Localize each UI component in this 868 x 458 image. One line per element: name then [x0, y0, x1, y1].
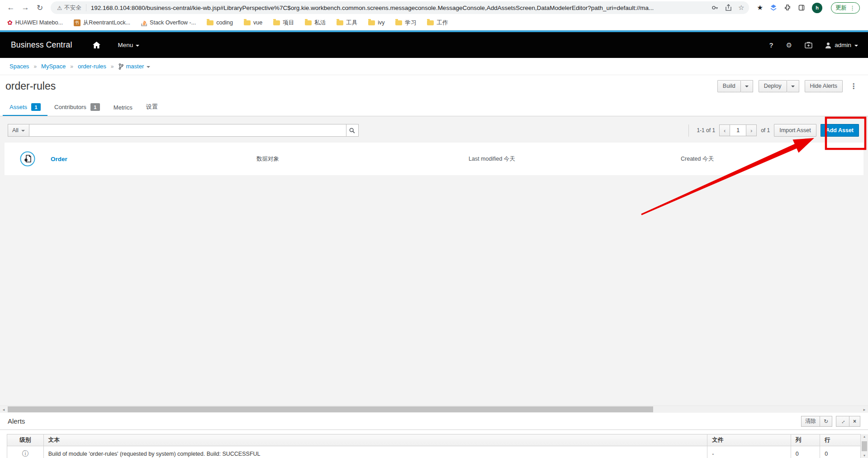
update-label: 更新 — [835, 4, 847, 12]
starred-extension-icon[interactable]: ★ — [757, 4, 763, 12]
warning-icon: ⚠ — [57, 5, 62, 11]
scroll-down-icon[interactable]: ▾ — [863, 453, 865, 458]
bookmark-study[interactable]: 学习 — [395, 19, 416, 27]
apps-kit-icon[interactable] — [805, 42, 812, 48]
reload-icon[interactable]: ↻ — [33, 1, 46, 14]
next-page-button[interactable]: › — [746, 124, 757, 136]
blue-extension-icon[interactable] — [770, 4, 777, 11]
bookmark-reentrantlock[interactable]: 书 从ReentrantLock... — [74, 19, 130, 27]
bookmark-star-icon[interactable]: ☆ — [738, 4, 744, 12]
user-dropdown[interactable]: admin — [825, 42, 858, 48]
forward-icon[interactable]: → — [19, 1, 32, 14]
bookmark-project[interactable]: 项目 — [273, 19, 294, 27]
build-split-button: Build — [717, 80, 753, 92]
back-icon[interactable]: ← — [5, 1, 17, 14]
bookmark-ivy[interactable]: ivy — [368, 19, 384, 26]
extensions-puzzle-icon[interactable] — [784, 4, 791, 11]
bookmark-sidejob[interactable]: 私活 — [305, 19, 326, 27]
tab-label: 设置 — [146, 103, 158, 111]
asset-search-input[interactable] — [29, 124, 346, 137]
folder-icon — [273, 20, 280, 25]
chevron-down-icon — [745, 86, 749, 87]
gear-icon[interactable]: ⚙ — [786, 41, 792, 49]
alerts-vertical-scrollbar[interactable]: ▴ ▾ — [861, 434, 868, 458]
chip-divider — [86, 4, 86, 11]
deploy-caret-button[interactable] — [787, 80, 799, 92]
breadcrumb-spaces[interactable]: Spaces — [9, 63, 29, 70]
alerts-panel: Alerts 清除 ↻ ↔ × 级别 文本 文件 列 行 — [0, 413, 868, 458]
alerts-expand-button[interactable]: ↔ — [836, 416, 849, 427]
col-header-line[interactable]: 行 — [820, 434, 861, 446]
col-header-column[interactable]: 列 — [791, 434, 820, 446]
key-icon[interactable] — [711, 4, 719, 11]
browser-menu-icon[interactable]: ⋮ — [849, 5, 855, 11]
profile-avatar[interactable]: h — [812, 3, 822, 13]
bookmark-label: ivy — [378, 19, 384, 26]
col-header-level[interactable]: 级别 — [7, 434, 44, 446]
alerts-refresh-button[interactable]: ↻ — [820, 416, 832, 427]
add-asset-button[interactable]: Add Asset — [821, 124, 859, 137]
vertical-scrollbar-thumb[interactable] — [862, 441, 867, 451]
alerts-clear-button[interactable]: 清除 — [801, 416, 820, 427]
address-bar[interactable]: ⚠ 不安全 192.168.0.104:8080/business-centra… — [51, 1, 749, 14]
folder-icon — [337, 20, 343, 25]
security-chip[interactable]: ⚠ 不安全 — [57, 4, 81, 12]
user-icon — [825, 42, 831, 48]
menu-dropdown[interactable]: Menu — [118, 42, 139, 48]
bookmark-label: 从ReentrantLock... — [83, 19, 130, 27]
deploy-button[interactable]: Deploy — [759, 80, 787, 92]
reader-icon: 书 — [74, 19, 81, 26]
prev-page-button[interactable]: ‹ — [719, 124, 730, 136]
chrome-update-button[interactable]: 更新 ⋮ — [831, 2, 860, 14]
col-header-file[interactable]: 文件 — [707, 434, 791, 446]
page-number-input[interactable] — [730, 124, 746, 136]
asset-list-row[interactable]: Order 数据对象 Last modified 今天 Created 今天 — [5, 143, 863, 175]
home-icon — [93, 42, 100, 48]
build-button[interactable]: Build — [717, 80, 741, 92]
tab-settings[interactable]: 设置 — [139, 98, 165, 116]
scroll-up-icon[interactable]: ▴ — [863, 434, 865, 439]
bookmark-label: 工作 — [436, 19, 448, 27]
tab-assets[interactable]: Assets 1 — [3, 99, 47, 116]
alerts-table-wrap: 级别 文本 文件 列 行 ⓘ Build of module 'order-ru… — [0, 430, 868, 458]
alert-row[interactable]: ⓘ Build of module 'order-rules' (request… — [7, 446, 861, 458]
filter-type-dropdown[interactable]: All — [8, 124, 29, 137]
refresh-icon: ↻ — [824, 418, 828, 425]
bookmark-label: coding — [216, 19, 233, 26]
tab-label: Metrics — [114, 104, 133, 111]
scroll-left-icon[interactable]: ◂ — [0, 406, 7, 413]
bookmark-stackoverflow[interactable]: Stack Overflow -... — [141, 19, 196, 26]
tab-metrics[interactable]: Metrics — [107, 100, 139, 116]
breadcrumb-order-rules[interactable]: order-rules — [78, 63, 106, 70]
asset-name-link[interactable]: Order — [51, 156, 256, 162]
menu-label: Menu — [118, 42, 133, 48]
bookmark-tools[interactable]: 工具 — [337, 19, 357, 27]
horizontal-scrollbar[interactable]: ◂ ▸ — [0, 406, 868, 413]
build-caret-button[interactable] — [741, 80, 753, 92]
scroll-right-icon[interactable]: ▸ — [861, 406, 868, 413]
breadcrumb-myspace[interactable]: MySpace — [41, 63, 66, 70]
branch-selector[interactable]: master — [119, 63, 151, 70]
import-asset-button[interactable]: Import Asset — [774, 124, 816, 137]
chevron-down-icon — [147, 66, 150, 68]
bookmark-work[interactable]: 工作 — [427, 19, 448, 27]
page-kebab-menu[interactable]: ⋮ — [848, 82, 859, 91]
help-icon[interactable]: ? — [769, 41, 773, 49]
col-header-text[interactable]: 文本 — [43, 434, 707, 446]
home-button[interactable] — [93, 42, 100, 48]
alerts-close-button[interactable]: × — [849, 416, 860, 427]
search-button[interactable] — [346, 124, 359, 137]
share-icon[interactable] — [725, 4, 732, 11]
bookmark-label: HUAWEI Matebo... — [15, 19, 63, 26]
url-text[interactable]: 192.168.0.104:8080/business-central/kie-… — [91, 5, 707, 11]
alert-column: 0 — [791, 446, 820, 458]
bookmark-huawei[interactable]: ✿ HUAWEI Matebo... — [7, 19, 63, 26]
breadcrumb-separator: » — [70, 63, 73, 70]
bookmark-coding[interactable]: coding — [207, 19, 233, 26]
horizontal-scrollbar-thumb[interactable] — [8, 406, 653, 412]
tab-contributors[interactable]: Contributors 1 — [47, 99, 107, 116]
reading-list-icon[interactable] — [798, 4, 805, 11]
bookmark-vue[interactable]: vue — [244, 19, 262, 26]
hide-alerts-button[interactable]: Hide Alerts — [805, 80, 843, 92]
bookmark-label: vue — [253, 19, 262, 26]
